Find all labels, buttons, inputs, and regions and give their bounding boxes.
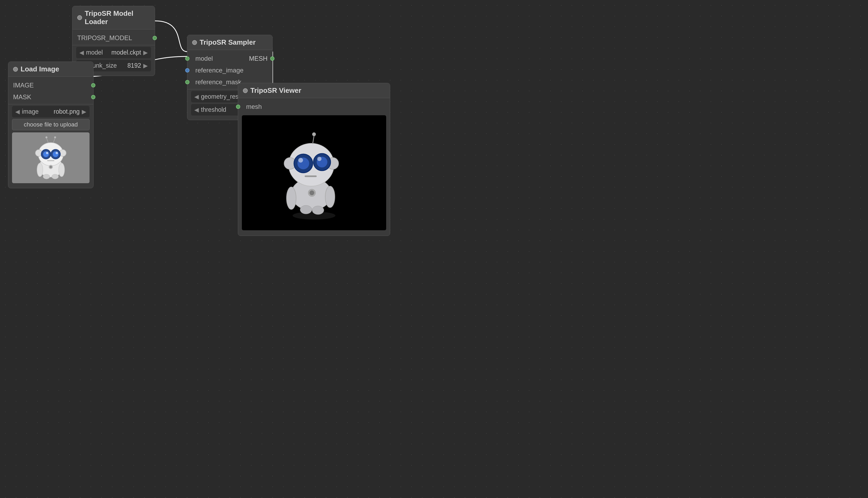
sampler-model-input-port[interactable]	[185, 56, 189, 61]
svg-point-32	[317, 157, 322, 161]
svg-line-12	[46, 138, 49, 143]
viewer-mesh-row: mesh	[238, 101, 390, 113]
load-image-title: Load Image	[21, 65, 59, 73]
mask-output-row: MASK	[8, 91, 93, 103]
node-model-loader-header: TripoSR Model Loader	[72, 6, 155, 29]
threshold-left-arrow[interactable]: ◀	[194, 106, 199, 114]
svg-point-41	[310, 191, 314, 195]
image-output-label: IMAGE	[13, 81, 89, 89]
svg-point-36	[286, 187, 296, 209]
viewer-robot-3d	[269, 122, 360, 224]
viewer-mesh-label: mesh	[243, 103, 385, 110]
geom-res-left-arrow[interactable]: ◀	[194, 93, 199, 100]
svg-point-21	[50, 166, 52, 168]
sampler-header: TripoSR Sampler	[187, 35, 272, 50]
load-image-indicator	[13, 67, 18, 72]
node-model-loader-title: TripoSR Model Loader	[85, 9, 150, 26]
model-value: model.ckpt	[111, 49, 141, 56]
model-right-arrow[interactable]: ▶	[143, 49, 148, 56]
load-image-node: Load Image IMAGE MASK ◀ image robot.png …	[8, 62, 94, 188]
svg-point-38	[300, 206, 312, 214]
robot-preview-image	[27, 134, 75, 182]
svg-point-39	[312, 206, 324, 214]
svg-line-14	[53, 138, 55, 143]
image-output-row: IMAGE	[8, 79, 93, 91]
svg-rect-35	[305, 175, 317, 177]
image-right-arrow[interactable]: ▶	[82, 108, 86, 115]
image-label: image	[22, 108, 52, 115]
svg-point-31	[298, 158, 303, 162]
image-left-arrow[interactable]: ◀	[15, 108, 20, 115]
choose-file-button[interactable]: choose file to upload	[12, 119, 90, 130]
mask-output-label: MASK	[13, 93, 89, 101]
sampler-mesh-output-port[interactable]	[270, 56, 274, 61]
threshold-label: threshold	[201, 106, 241, 114]
viewer-mesh-input-port[interactable]	[236, 105, 240, 109]
svg-point-13	[45, 136, 47, 138]
svg-rect-11	[47, 160, 55, 161]
mask-output-port[interactable]	[91, 95, 95, 99]
svg-point-18	[43, 174, 50, 179]
viewer-indicator	[243, 88, 248, 93]
model-left-arrow[interactable]: ◀	[79, 49, 84, 56]
svg-line-33	[313, 136, 314, 144]
sampler-ref-image-row: reference_image	[187, 64, 272, 76]
svg-point-19	[52, 174, 58, 179]
sampler-indicator	[192, 40, 197, 45]
node-model-loader-indicator	[77, 15, 82, 20]
viewer-canvas[interactable]	[242, 115, 386, 230]
sampler-title: TripoSR Sampler	[200, 38, 256, 47]
model-label: model	[86, 49, 109, 56]
sampler-model-row: model MESH	[187, 53, 272, 64]
svg-point-16	[37, 163, 43, 176]
svg-point-37	[325, 186, 335, 208]
image-file-row[interactable]: ◀ image robot.png ▶	[12, 106, 90, 117]
viewer-body: mesh	[238, 98, 390, 236]
svg-point-9	[46, 152, 49, 154]
viewer-title: TripoSR Viewer	[250, 87, 301, 95]
model-field-row[interactable]: ◀ model model.ckpt ▶	[76, 47, 151, 58]
divider-load-image	[8, 104, 93, 104]
svg-point-34	[312, 132, 316, 136]
image-preview-area	[12, 132, 90, 183]
svg-point-10	[56, 152, 58, 154]
output-triposr-model-row: TRIPOSR_MODEL	[72, 32, 155, 44]
sampler-ref-mask-input-port[interactable]	[185, 80, 189, 84]
triposr-viewer-node: TripoSR Viewer mesh	[238, 83, 390, 236]
sampler-ref-image-input-port[interactable]	[185, 68, 189, 73]
image-output-port[interactable]	[91, 83, 95, 88]
sampler-model-label: model	[192, 55, 246, 62]
chunk-size-value: 8192	[125, 62, 141, 69]
image-filename: robot.png	[54, 108, 80, 115]
load-image-body: IMAGE MASK ◀ image robot.png ▶ choose fi…	[8, 77, 93, 188]
load-image-header: Load Image	[8, 62, 93, 77]
svg-point-17	[59, 163, 65, 176]
divider-1	[72, 45, 155, 45]
sampler-ref-image-label: reference_image	[192, 67, 268, 74]
triposr-model-output-port[interactable]	[153, 36, 157, 40]
sampler-mesh-output-label: MESH	[249, 55, 268, 62]
output-triposr-model-label: TRIPOSR_MODEL	[77, 34, 150, 42]
chunk-size-right-arrow[interactable]: ▶	[143, 62, 148, 69]
viewer-header: TripoSR Viewer	[238, 83, 390, 98]
svg-point-15	[54, 136, 56, 138]
